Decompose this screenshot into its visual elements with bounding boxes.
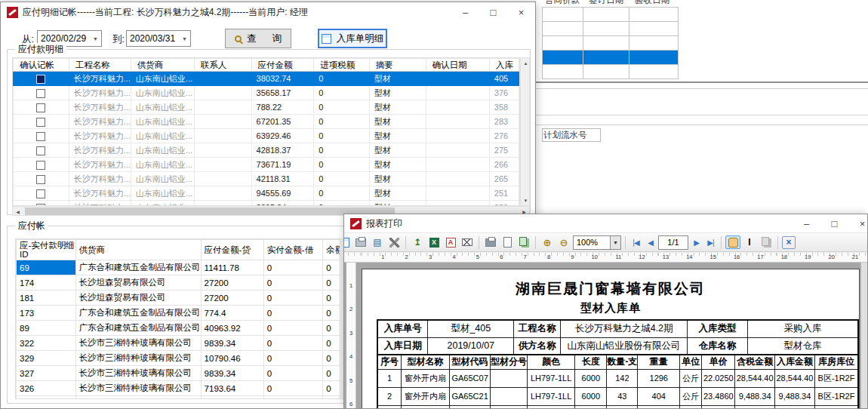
minimize-button[interactable]: – xyxy=(793,214,820,232)
account-row[interactable]: 173 广东合和建筑五金制品有限公司 774.4 0 0 xyxy=(17,306,377,321)
zoom-out-icon[interactable]: ⊖ xyxy=(556,235,571,249)
scrollbar-thumb[interactable] xyxy=(25,208,395,215)
confirm-checkbox[interactable] xyxy=(36,146,45,155)
zoom-combobox[interactable]: 100% ▼ xyxy=(573,235,621,250)
debit-cell: 0 xyxy=(263,381,323,396)
close-preview-icon[interactable]: × xyxy=(782,236,796,249)
vertical-scrollbar[interactable]: ▲ ▼ xyxy=(520,57,530,206)
column-header[interactable]: 确认记帐 xyxy=(14,59,69,72)
column-header[interactable]: 入库 xyxy=(489,59,519,72)
to-date-combobox[interactable]: 2020/03/31 ▼ xyxy=(126,30,191,47)
column-header[interactable]: 应付金额-贷 xyxy=(201,240,263,260)
account-row[interactable]: 89 广东合和建筑五金制品有限公司 40963.92 0 0 xyxy=(17,321,377,336)
detail-id-cell: 173 xyxy=(17,306,76,321)
payable-row[interactable]: 长沙万科魅力... 山东南山铝业... 94555.69 0 型材 251 xyxy=(14,186,519,201)
confirm-checkbox[interactable] xyxy=(36,89,45,98)
confirm-checkbox[interactable] xyxy=(36,161,45,170)
bg-table-row-selected[interactable] xyxy=(543,51,679,65)
payable-row[interactable]: 长沙万科魅力... 山东南山铝业... 788.22 0 型材 358 xyxy=(14,100,519,115)
scroll-up-icon[interactable]: ▲ xyxy=(521,58,531,68)
scroll-left-icon[interactable]: ◀ xyxy=(13,207,23,217)
prev-page-button[interactable]: ◀ xyxy=(644,238,657,247)
payable-row[interactable]: 长沙万科魅力... 山东南山铝业... 63929.46 0 型材 276 xyxy=(14,129,519,143)
single-page-icon[interactable] xyxy=(500,235,515,249)
page-number-input[interactable]: 1/1 xyxy=(658,235,688,250)
export-excel-icon[interactable]: X xyxy=(426,235,442,249)
bg-table-row[interactable] xyxy=(543,36,679,51)
confirm-checkbox[interactable] xyxy=(36,189,45,198)
payable-row[interactable]: 长沙万科魅力... 山东南山铝业... 3895.84 0 型材 250 xyxy=(14,201,519,207)
summary-cell: 型材 xyxy=(369,143,426,158)
account-row[interactable]: 69 广东合和建筑五金制品有限公司 11411.78 0 0 xyxy=(17,260,377,275)
preview-icon[interactable] xyxy=(344,235,352,249)
account-row[interactable]: 327 长沙市三湘特种玻璃有限公司 9839.34 0 0 xyxy=(17,366,377,381)
confirm-checkbox[interactable] xyxy=(36,118,45,127)
export-report-icon[interactable]: ↥ xyxy=(410,235,425,249)
column-header[interactable]: 确认日期 xyxy=(426,59,489,72)
payable-row[interactable]: 长沙万科魅力... 山东南山铝业... 35658.17 0 型材 376 xyxy=(14,86,519,100)
first-page-button[interactable]: |◀ xyxy=(629,238,642,247)
bg-table-row[interactable] xyxy=(543,8,679,22)
report-column-header: 型材代码 xyxy=(450,355,491,369)
export-pdf-icon[interactable]: A xyxy=(443,235,458,249)
column-header[interactable]: 联系人 xyxy=(194,59,251,72)
inbound-detail-button[interactable]: 入库单明细 xyxy=(318,29,387,48)
divider xyxy=(536,125,868,125)
color-cell: LH797-1LL xyxy=(528,369,575,387)
settings-icon[interactable] xyxy=(386,235,402,249)
confirm-checkbox[interactable] xyxy=(36,75,45,84)
multi-page-icon[interactable] xyxy=(516,235,531,249)
close-button[interactable]: × xyxy=(507,2,535,22)
next-page-button[interactable]: ▶ xyxy=(690,238,703,247)
ruler-number: 3 xyxy=(409,253,432,262)
payable-row[interactable]: 长沙万科魅力... 山东南山铝业... 38032.74 0 型材 405 xyxy=(14,72,519,86)
account-row[interactable]: 326 长沙市三湘特种玻璃有限公司 7193.64 0 0 xyxy=(17,381,377,396)
payable-row[interactable]: 长沙万科魅力... 山东南山铝业... 67201.35 0 型材 283 xyxy=(14,115,519,129)
title-bar[interactable]: 报表打印 – □ × xyxy=(344,214,867,232)
column-header[interactable]: 供货商 xyxy=(75,240,201,260)
column-header[interactable]: 实付金额-借 xyxy=(263,240,323,260)
close-button[interactable]: × xyxy=(848,214,868,232)
payable-row[interactable]: 长沙万科魅力... 山东南山铝业... 42818.37 0 型材 275 xyxy=(14,143,519,158)
confirm-cell xyxy=(14,129,69,143)
ruler-number: 19 xyxy=(788,253,811,262)
account-row[interactable]: 长沙市三湘特种玻璃有限公司 xyxy=(17,396,377,400)
report-item-row xyxy=(377,405,858,408)
column-header[interactable]: 工程名称 xyxy=(69,59,131,72)
tax-cell: 0 xyxy=(314,86,370,100)
copy-page-icon[interactable] xyxy=(759,235,774,249)
hand-tool-icon[interactable] xyxy=(725,235,740,249)
confirm-checkbox[interactable] xyxy=(36,103,45,112)
bg-table-row[interactable] xyxy=(543,65,679,79)
preview-area[interactable]: 123456 湖南巨晟门窗幕墙有限公司 型材入库单 入库单号 型材_405 工程… xyxy=(344,263,867,408)
confirm-checkbox[interactable] xyxy=(36,175,45,184)
account-row[interactable]: 329 长沙市三湘特种玻璃有限公司 10790.46 0 0 xyxy=(17,351,377,366)
text-select-icon[interactable]: I xyxy=(742,235,757,249)
maximize-button[interactable]: □ xyxy=(820,214,848,232)
debit-cell xyxy=(263,396,323,400)
open-report-icon[interactable]: ▤ xyxy=(370,235,385,249)
maximize-button[interactable]: □ xyxy=(479,2,507,22)
account-row[interactable]: 174 长沙坦森贸易有限公司 27200 0 0 xyxy=(17,275,377,291)
query-button[interactable]: 查 询 xyxy=(225,29,291,48)
last-page-button[interactable]: ▶| xyxy=(704,238,717,247)
title-bar[interactable]: 应付明细记帐------当前工程: 长沙万科魅力之城4.2期------当前用户… xyxy=(1,2,535,22)
preview-scrollbar[interactable] xyxy=(860,263,867,408)
confirm-checkbox[interactable] xyxy=(36,132,45,141)
account-row[interactable]: 181 长沙坦森贸易有限公司 27200 0 0 xyxy=(17,291,377,306)
payable-row[interactable]: 长沙万科魅力... 山东南山铝业... 42118.31 0 型材 265 xyxy=(14,172,519,186)
column-header[interactable]: 应付金额 xyxy=(251,59,314,72)
column-header[interactable]: 进项税额 xyxy=(314,59,370,72)
print-setup-icon[interactable] xyxy=(483,235,498,249)
payable-row[interactable]: 长沙万科魅力... 山东南山铝业... 73671.19 0 型材 266 xyxy=(14,158,519,172)
zoom-in-icon[interactable]: ⊕ xyxy=(540,235,555,249)
column-header[interactable]: 供货商 xyxy=(131,59,194,72)
column-header[interactable]: 应-实付款明细ID xyxy=(17,240,76,260)
column-header[interactable]: 摘要 xyxy=(369,59,426,72)
account-row[interactable]: 322 长沙市三湘特种玻璃有限公司 9839.34 0 0 xyxy=(17,336,377,351)
export-mail-icon[interactable] xyxy=(460,235,475,249)
bg-table-row[interactable] xyxy=(543,22,679,36)
scroll-down-icon[interactable]: ▼ xyxy=(521,195,531,205)
minimize-button[interactable]: – xyxy=(451,2,479,22)
print-icon[interactable] xyxy=(353,235,368,249)
